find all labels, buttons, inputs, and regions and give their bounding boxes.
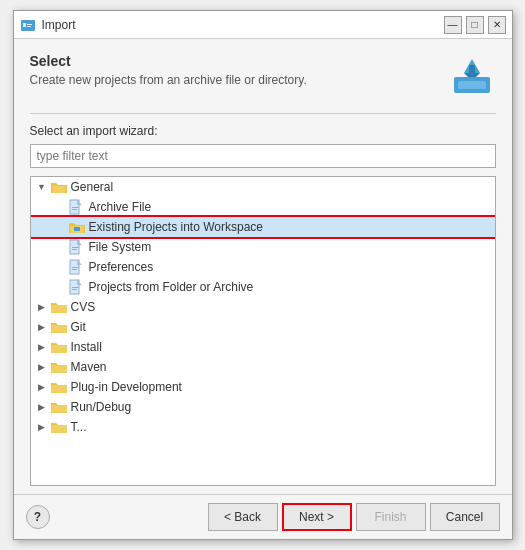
tree-item-existing-projects[interactable]: Existing Projects into Workspace	[31, 217, 495, 237]
tree-item-projects-folder[interactable]: Projects from Folder or Archive	[31, 277, 495, 297]
next-button[interactable]: Next >	[282, 503, 352, 531]
tree-item-file-system[interactable]: File System	[31, 237, 495, 257]
tree-item-label-run-debug: Run/Debug	[71, 400, 132, 414]
folder-icon-projects-folder	[69, 279, 85, 295]
maximize-button[interactable]: □	[466, 16, 484, 34]
svg-rect-14	[72, 249, 77, 250]
expand-icon-install[interactable]: ▶	[35, 340, 49, 354]
close-button[interactable]: ✕	[488, 16, 506, 34]
tree-item-label-git: Git	[71, 320, 86, 334]
window-icon	[20, 17, 36, 33]
window-controls: — □ ✕	[444, 16, 506, 34]
finish-button[interactable]: Finish	[356, 503, 426, 531]
folder-icon-run-debug	[51, 399, 67, 415]
svg-rect-5	[458, 81, 486, 89]
svg-rect-13	[72, 247, 79, 248]
tree-item-team[interactable]: ▶ T...	[31, 417, 495, 437]
expand-icon-projects-folder	[53, 280, 67, 294]
expand-icon-preferences	[53, 260, 67, 274]
svg-rect-2	[27, 24, 32, 25]
help-button[interactable]: ?	[26, 505, 50, 529]
back-button[interactable]: < Back	[208, 503, 278, 531]
tree-item-install[interactable]: ▶ Install	[31, 337, 495, 357]
tree-item-label-preferences: Preferences	[89, 260, 154, 274]
header-text: Select Create new projects from an archi…	[30, 53, 448, 87]
tree-item-preferences[interactable]: Preferences	[31, 257, 495, 277]
tree-item-label-archive-file: Archive File	[89, 200, 152, 214]
svg-rect-26	[51, 405, 67, 413]
tree-item-git[interactable]: ▶ Git	[31, 317, 495, 337]
import-dialog: Import — □ ✕ Select Create new projects …	[13, 10, 513, 540]
tree-container[interactable]: ▼ General Archive File Existing Projects…	[30, 176, 496, 486]
expand-icon-team[interactable]: ▶	[35, 420, 49, 434]
tree-item-label-existing-projects: Existing Projects into Workspace	[89, 220, 264, 234]
expand-icon-existing-projects	[53, 220, 67, 234]
svg-rect-27	[51, 425, 67, 433]
title-bar: Import — □ ✕	[14, 11, 512, 39]
expand-icon-file-system	[53, 240, 67, 254]
expand-icon-plugin-dev[interactable]: ▶	[35, 380, 49, 394]
tree-item-general[interactable]: ▼ General	[31, 177, 495, 197]
svg-rect-9	[72, 207, 79, 208]
expand-icon-git[interactable]: ▶	[35, 320, 49, 334]
expand-icon-run-debug[interactable]: ▶	[35, 400, 49, 414]
cancel-button[interactable]: Cancel	[430, 503, 500, 531]
svg-rect-16	[72, 267, 79, 268]
svg-rect-1	[23, 23, 26, 27]
expand-icon-archive-file	[53, 200, 67, 214]
folder-icon-general	[51, 179, 67, 195]
folder-icon-preferences	[69, 259, 85, 275]
tree-item-maven[interactable]: ▶ Maven	[31, 357, 495, 377]
svg-rect-23	[51, 345, 67, 353]
folder-icon-install	[51, 339, 67, 355]
folder-icon-maven	[51, 359, 67, 375]
svg-rect-25	[51, 385, 67, 393]
header-section: Select Create new projects from an archi…	[30, 53, 496, 101]
svg-rect-22	[51, 325, 67, 333]
folder-icon-cvs	[51, 299, 67, 315]
tree-item-label-general: General	[71, 180, 114, 194]
separator	[30, 113, 496, 114]
filter-input[interactable]	[30, 144, 496, 168]
tree-item-label-maven: Maven	[71, 360, 107, 374]
expand-icon-maven[interactable]: ▶	[35, 360, 49, 374]
tree-item-label-install: Install	[71, 340, 102, 354]
svg-rect-24	[51, 365, 67, 373]
svg-rect-3	[27, 26, 31, 27]
folder-icon-file-system	[69, 239, 85, 255]
folder-icon-team	[51, 419, 67, 435]
svg-rect-17	[72, 269, 77, 270]
tree-item-label-file-system: File System	[89, 240, 152, 254]
svg-rect-20	[72, 289, 77, 290]
window-title: Import	[42, 18, 444, 32]
expand-icon-cvs[interactable]: ▶	[35, 300, 49, 314]
tree-item-archive-file[interactable]: Archive File	[31, 197, 495, 217]
folder-icon-existing-projects	[69, 219, 85, 235]
header-title: Select	[30, 53, 448, 69]
svg-rect-10	[72, 209, 77, 210]
svg-rect-19	[72, 287, 79, 288]
tree-item-label-team: T...	[71, 420, 87, 434]
tree-item-cvs[interactable]: ▶ CVS	[31, 297, 495, 317]
tree-item-run-debug[interactable]: ▶ Run/Debug	[31, 397, 495, 417]
tree-item-label-plugin-dev: Plug-in Development	[71, 380, 182, 394]
tree-item-label-projects-folder: Projects from Folder or Archive	[89, 280, 254, 294]
folder-icon-plugin-dev	[51, 379, 67, 395]
header-description: Create new projects from an archive file…	[30, 73, 448, 87]
dialog-content: Select Create new projects from an archi…	[14, 39, 512, 494]
header-icon	[448, 53, 496, 101]
svg-rect-11	[74, 227, 80, 231]
folder-icon-git	[51, 319, 67, 335]
tree-item-label-cvs: CVS	[71, 300, 96, 314]
tree-item-plugin-dev[interactable]: ▶ Plug-in Development	[31, 377, 495, 397]
svg-rect-21	[51, 305, 67, 313]
bottom-bar: ? < Back Next > Finish Cancel	[14, 494, 512, 539]
folder-icon-archive-file	[69, 199, 85, 215]
expand-icon-general[interactable]: ▼	[35, 180, 49, 194]
minimize-button[interactable]: —	[444, 16, 462, 34]
wizard-label: Select an import wizard:	[30, 124, 496, 138]
